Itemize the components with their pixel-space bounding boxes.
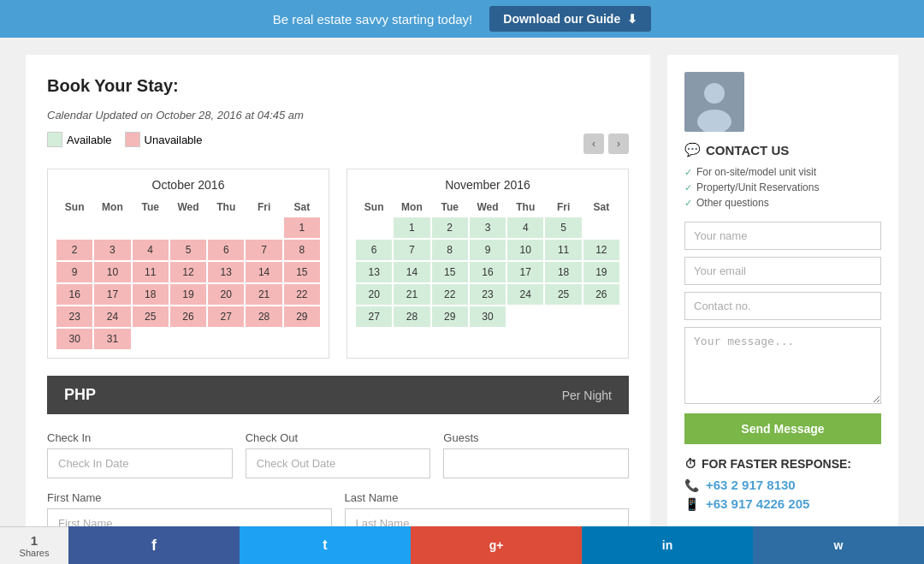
cal-day[interactable]: 14 [246, 262, 281, 282]
cal-day[interactable]: 5 [545, 217, 581, 238]
contact-message-input[interactable] [684, 327, 881, 404]
cal-header: Sat [284, 199, 320, 216]
cal-day [246, 217, 281, 238]
cal-day[interactable]: 19 [583, 262, 619, 282]
cal-day[interactable]: 17 [507, 262, 543, 282]
cal-day[interactable]: 1 [394, 217, 429, 238]
contact-phone-input[interactable] [684, 292, 881, 320]
cal-day[interactable]: 20 [356, 284, 392, 305]
cal-day[interactable]: 12 [170, 262, 206, 282]
prev-month-button[interactable]: ‹ [583, 134, 604, 154]
cal-day[interactable]: 24 [94, 306, 130, 327]
clock-icon: ⏱ [684, 457, 696, 471]
cal-day[interactable]: 1 [284, 217, 320, 238]
cal-day[interactable]: 10 [94, 262, 130, 282]
cal-day[interactable]: 14 [394, 262, 429, 282]
checkout-input[interactable] [246, 448, 431, 478]
cal-day[interactable]: 31 [94, 329, 130, 349]
cal-day[interactable]: 10 [507, 240, 543, 260]
cal-day[interactable]: 3 [470, 217, 506, 238]
cal-day[interactable]: 23 [56, 306, 92, 327]
legend-unavailable: Unavailable [125, 132, 203, 147]
cal-day[interactable]: 22 [432, 284, 468, 305]
cal-day [356, 217, 392, 238]
november-title: November 2016 [356, 178, 619, 192]
cal-day[interactable]: 25 [545, 284, 581, 305]
download-guide-button[interactable]: Download our Guide ⬇ [489, 6, 651, 32]
cal-day[interactable]: 26 [170, 306, 206, 327]
cal-day[interactable]: 13 [356, 262, 392, 282]
next-month-button[interactable]: › [608, 134, 629, 154]
shares-count: 1 Shares [0, 526, 68, 564]
checkin-input[interactable] [47, 448, 233, 478]
googleplus-icon: g+ [489, 538, 504, 552]
cal-day[interactable]: 2 [432, 217, 468, 238]
cal-day[interactable]: 21 [394, 284, 429, 305]
cal-day[interactable]: 9 [56, 262, 92, 282]
top-banner: Be real estate savvy starting today! Dow… [0, 0, 924, 38]
agent-avatar [684, 72, 744, 132]
cal-day[interactable]: 29 [284, 306, 320, 327]
contact-title-text: CONTACT US [706, 143, 789, 157]
cal-day[interactable]: 17 [94, 284, 130, 305]
cal-day[interactable]: 26 [583, 284, 619, 305]
twitter-share-button[interactable]: t [240, 526, 411, 564]
phone-number-2: +63 917 4226 205 [706, 496, 809, 511]
cal-day[interactable]: 7 [394, 240, 429, 260]
cal-day[interactable]: 11 [545, 240, 581, 260]
cal-header: Fri [545, 199, 581, 216]
cal-day[interactable]: 8 [432, 240, 468, 260]
facebook-share-button[interactable]: f [68, 526, 240, 564]
cal-day[interactable]: 22 [284, 284, 320, 305]
cal-day[interactable]: 28 [246, 306, 281, 327]
october-calendar: October 2016 SunMonTueWedThuFriSat123456… [47, 169, 329, 359]
cal-day[interactable]: 2 [56, 240, 92, 260]
right-panel: 💬 CONTACT US ✓ For on-site/model unit vi… [667, 55, 898, 564]
cal-day[interactable]: 18 [545, 262, 581, 282]
cal-day[interactable]: 16 [470, 262, 506, 282]
cal-day[interactable]: 7 [246, 240, 281, 260]
cal-day[interactable]: 4 [507, 217, 543, 238]
cal-day[interactable]: 9 [470, 240, 506, 260]
cal-day[interactable]: 21 [246, 284, 281, 305]
available-box [47, 132, 62, 147]
guests-input[interactable]: 1 [443, 448, 629, 478]
linkedin-share-button[interactable]: in [582, 526, 753, 564]
cal-day[interactable]: 11 [133, 262, 169, 282]
cal-day[interactable]: 5 [170, 240, 206, 260]
pricing-bar: PHP Per Night [47, 376, 629, 414]
cal-day[interactable]: 27 [208, 306, 244, 327]
cal-day[interactable]: 30 [56, 329, 92, 349]
cal-day[interactable]: 19 [170, 284, 206, 305]
cal-day[interactable]: 8 [284, 240, 320, 260]
cal-day[interactable]: 25 [133, 306, 169, 327]
cal-day[interactable]: 15 [432, 262, 468, 282]
googleplus-share-button[interactable]: g+ [411, 526, 582, 564]
cal-day[interactable]: 3 [94, 240, 130, 260]
cal-day[interactable]: 16 [56, 284, 92, 305]
cal-day[interactable]: 4 [133, 240, 169, 260]
cal-day[interactable]: 12 [583, 240, 619, 260]
cal-day[interactable]: 29 [432, 306, 468, 327]
cal-day[interactable]: 6 [208, 240, 244, 260]
cal-day[interactable]: 6 [356, 240, 392, 260]
stumbleupon-icon: w [834, 538, 844, 552]
cal-day[interactable]: 27 [356, 306, 392, 327]
cal-day[interactable]: 30 [470, 306, 506, 327]
send-message-button[interactable]: Send Message [684, 413, 881, 444]
stumbleupon-share-button[interactable]: w [753, 526, 924, 564]
checkout-group: Check Out [246, 431, 431, 478]
cal-day[interactable]: 15 [284, 262, 320, 282]
contact-email-input[interactable] [684, 257, 881, 285]
cal-day[interactable]: 24 [507, 284, 543, 305]
cal-day[interactable]: 23 [470, 284, 506, 305]
book-title: Book Your Stay: [47, 76, 629, 96]
contact-name-input[interactable] [684, 222, 881, 250]
linkedin-icon: in [662, 538, 672, 552]
download-icon: ⬇ [627, 12, 637, 26]
left-panel: Book Your Stay: Calendar Updated on Octo… [26, 55, 650, 564]
cal-day[interactable]: 20 [208, 284, 244, 305]
cal-day[interactable]: 28 [394, 306, 429, 327]
cal-day[interactable]: 13 [208, 262, 244, 282]
cal-day[interactable]: 18 [133, 284, 169, 305]
